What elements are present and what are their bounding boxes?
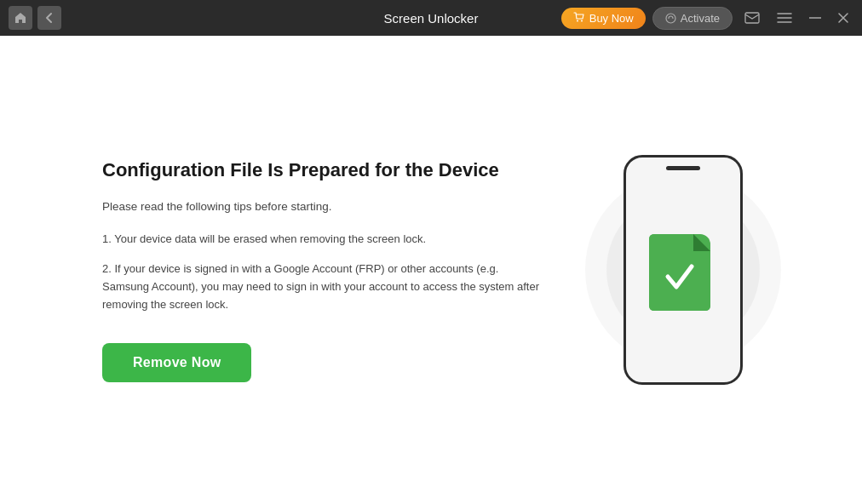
file-svg	[649, 234, 710, 311]
svg-point-1	[581, 20, 583, 22]
tip-1: 1. Your device data will be erased when …	[102, 231, 545, 249]
home-button[interactable]	[9, 6, 32, 30]
page-subtitle: Please read the following tips before st…	[102, 198, 545, 215]
left-panel: Configuration File Is Prepared for the D…	[102, 158, 545, 381]
titlebar-right: Buy Now Activate	[561, 7, 853, 30]
svg-point-2	[666, 14, 675, 23]
app-title: Screen Unlocker	[384, 11, 479, 26]
buy-now-label: Buy Now	[589, 12, 634, 25]
menu-button[interactable]	[772, 9, 797, 27]
titlebar-left	[9, 6, 61, 30]
tip-2: 2. If your device is signed in with a Go…	[102, 261, 545, 313]
activate-button[interactable]: Activate	[652, 7, 733, 30]
phone-illustration	[624, 155, 743, 385]
page-heading: Configuration File Is Prepared for the D…	[102, 158, 545, 183]
close-button[interactable]	[833, 9, 853, 26]
activate-label: Activate	[681, 12, 720, 25]
svg-point-0	[577, 20, 578, 22]
file-body	[649, 234, 710, 311]
buy-now-button[interactable]: Buy Now	[561, 8, 646, 29]
svg-rect-3	[745, 13, 759, 23]
back-button[interactable]	[37, 6, 61, 30]
remove-now-button[interactable]: Remove Now	[102, 343, 251, 382]
titlebar: Screen Unlocker Buy Now Activate	[0, 0, 862, 36]
right-panel	[572, 155, 794, 385]
file-icon	[649, 230, 717, 311]
mail-button[interactable]	[739, 9, 765, 27]
minimize-button[interactable]	[804, 14, 826, 22]
main-content: Configuration File Is Prepared for the D…	[0, 36, 862, 504]
